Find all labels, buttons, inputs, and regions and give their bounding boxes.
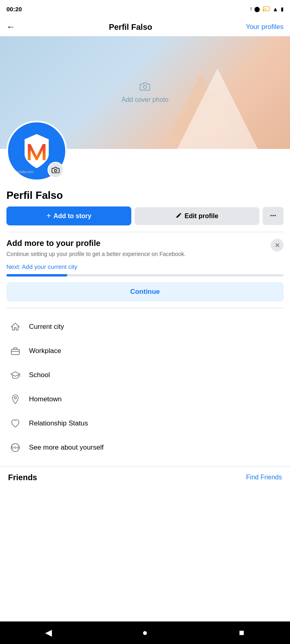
list-item[interactable]: See more about yourself (0, 436, 290, 460)
action-buttons: + Add to story Edit profile ··· (0, 206, 290, 232)
svg-point-1 (263, 10, 264, 11)
svg-point-8 (12, 447, 13, 448)
nav-square-button[interactable]: ■ (230, 625, 254, 641)
heart-icon (8, 416, 23, 431)
relationship-status-label: Relationship Status (29, 419, 88, 427)
briefcase-icon (8, 344, 23, 358)
list-item[interactable]: Workplace (0, 339, 290, 363)
find-friends-link[interactable]: Find Friends (246, 474, 282, 481)
nav-back-button[interactable]: ◀ (36, 625, 60, 641)
info-list: Current city Workplace School (0, 308, 290, 466)
hometown-label: Hometown (29, 395, 62, 403)
add-cover-photo-label: Add cover photo (122, 96, 169, 103)
current-city-label: Current city (29, 323, 64, 331)
svg-rect-4 (11, 349, 19, 355)
bottom-nav: ◀ ● ■ (0, 621, 290, 644)
back-button[interactable]: ← (6, 22, 15, 32)
profile-section: malavida.com (0, 121, 290, 181)
svg-point-7 (14, 396, 17, 399)
home-icon (8, 320, 23, 334)
next-step-label[interactable]: Next: Add your current city (6, 263, 284, 270)
nav-title: Perfil Falso (109, 23, 152, 32)
graduation-icon (8, 368, 23, 382)
profile-name: Perfil Falso (0, 186, 290, 206)
dots-icon (8, 440, 23, 455)
edit-profile-label: Edit profile (184, 213, 218, 220)
more-options-button[interactable]: ··· (263, 207, 284, 225)
exclamation-icon: ! (251, 6, 252, 12)
avatar-wrapper: malavida.com (6, 121, 67, 181)
status-time: 00:20 (6, 6, 22, 12)
completion-desc: Continue setting up your profile to get … (6, 250, 284, 258)
add-to-story-button[interactable]: + Add to story (6, 206, 131, 225)
change-avatar-button[interactable] (48, 162, 64, 178)
camera-icon (140, 82, 150, 93)
list-item[interactable]: Hometown (0, 387, 290, 411)
progress-bar-container (6, 274, 284, 277)
status-bar: 00:20 ! ⬤ ▲ ▮ (0, 0, 290, 18)
pin-icon (8, 392, 23, 407)
circle-icon: ⬤ (254, 6, 260, 12)
list-item[interactable]: Relationship Status (0, 411, 290, 436)
edit-profile-button[interactable]: Edit profile (135, 207, 259, 225)
school-label: School (29, 371, 50, 379)
your-profiles-link[interactable]: Your profiles (246, 23, 284, 31)
svg-point-11 (11, 444, 19, 452)
cast-icon (263, 5, 270, 13)
workplace-label: Workplace (29, 347, 61, 355)
continue-button[interactable]: Continue (6, 282, 284, 301)
svg-point-2 (143, 85, 147, 89)
add-cover-photo-button[interactable]: Add cover photo (122, 82, 169, 103)
wifi-icon: ▲ (272, 6, 278, 12)
status-icons: ! ⬤ ▲ ▮ (251, 5, 284, 13)
svg-point-10 (17, 447, 19, 448)
nav-home-button[interactable]: ● (133, 625, 157, 641)
battery-icon: ▮ (281, 6, 284, 12)
friends-section: Friends Find Friends (0, 466, 290, 489)
profile-completion-section: ✕ Add more to your profile Continue sett… (0, 232, 290, 308)
plus-icon: + (46, 211, 51, 221)
close-completion-button[interactable]: ✕ (271, 239, 284, 252)
progress-bar-fill (6, 274, 67, 277)
friends-title: Friends (8, 473, 37, 482)
see-more-label: See more about yourself (29, 444, 104, 452)
completion-title: Add more to your profile (6, 239, 284, 248)
add-to-story-label: Add to story (54, 213, 91, 220)
list-item[interactable]: School (0, 363, 290, 387)
svg-point-9 (14, 447, 16, 448)
list-item[interactable]: Current city (0, 315, 290, 339)
svg-point-3 (54, 169, 57, 172)
more-icon: ··· (270, 212, 276, 220)
nav-bar: ← Perfil Falso Your profiles (0, 18, 290, 36)
avatar-source-label: malavida.com (11, 170, 34, 174)
pencil-icon (176, 212, 182, 220)
